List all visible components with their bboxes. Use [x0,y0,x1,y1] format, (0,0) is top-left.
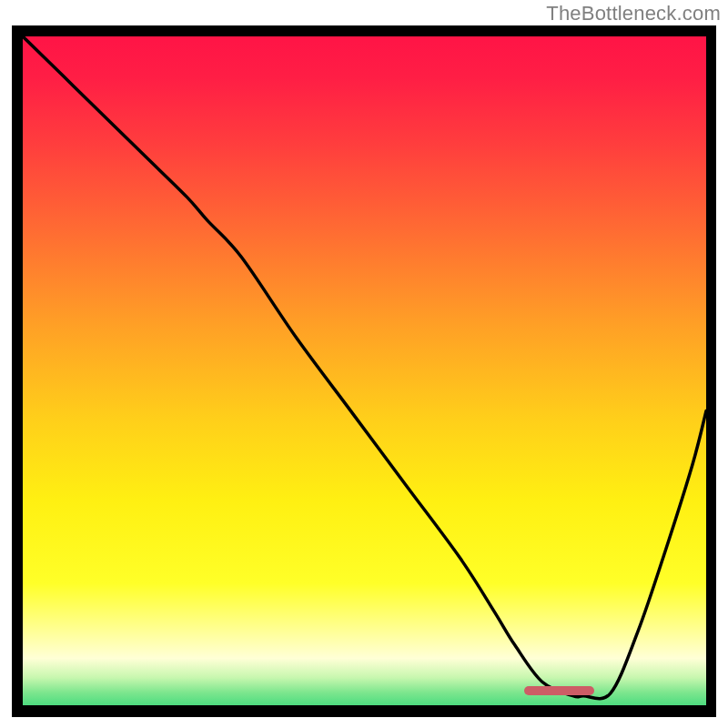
watermark-text: TheBottleneck.com [546,2,721,25]
optimal-marker [524,686,594,695]
plot-border [12,25,716,717]
bottleneck-curve [23,36,706,705]
chart-frame: TheBottleneck.com [0,0,728,728]
plot-area [23,36,706,705]
